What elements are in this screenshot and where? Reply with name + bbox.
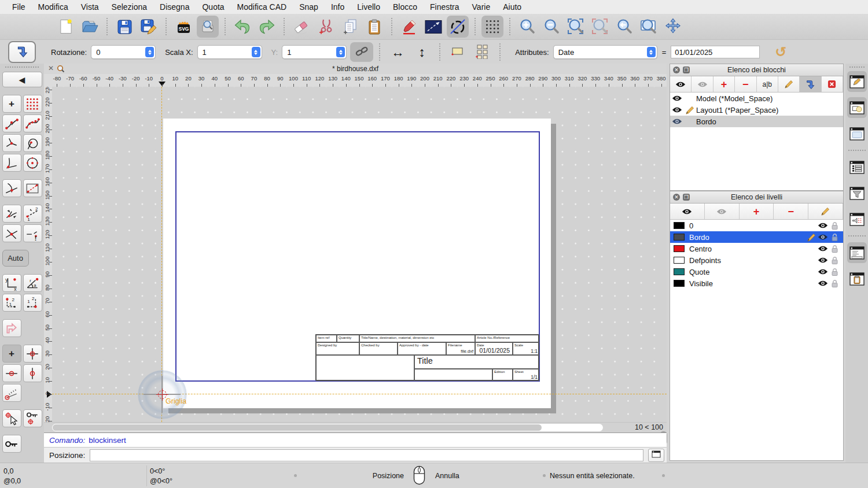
- visibility-eye-icon[interactable]: [817, 234, 829, 241]
- zoom-previous-button[interactable]: [613, 16, 635, 38]
- close-panel-icon[interactable]: ✕: [673, 66, 680, 73]
- snap-angle[interactable]: [2, 384, 21, 402]
- visibility-eye-icon[interactable]: [670, 95, 684, 102]
- toggle-property-editor[interactable]: [847, 157, 867, 178]
- keep-proportions-button[interactable]: [350, 42, 373, 62]
- zoom-selection-button[interactable]: [589, 16, 611, 38]
- remove-layer[interactable]: −: [774, 204, 808, 219]
- menu-blocco[interactable]: Blocco: [387, 0, 424, 14]
- toggle-selection-filter[interactable]: [847, 183, 867, 204]
- flip-vertical-button[interactable]: ↕: [410, 42, 433, 62]
- layer-row-centro[interactable]: Centro: [670, 243, 843, 254]
- lock-icon[interactable]: [829, 245, 840, 253]
- snap-points-on-entity[interactable]: [23, 114, 42, 132]
- snap-intersection-manual[interactable]: !: [23, 224, 42, 242]
- detach-panel-icon[interactable]: ❐: [683, 194, 690, 201]
- visibility-eye-icon[interactable]: [670, 118, 684, 125]
- snap-intersection[interactable]: [2, 224, 21, 242]
- lock-icon[interactable]: [829, 221, 840, 230]
- snap-grid[interactable]: [23, 95, 42, 113]
- toggle-command-history[interactable]: [847, 242, 867, 263]
- layer-row-quote[interactable]: Quote: [670, 266, 843, 278]
- draw-red-pencil-button[interactable]: [398, 16, 420, 38]
- scale-x-stepper[interactable]: 1: [197, 45, 262, 59]
- snap-auto-button[interactable]: Auto: [2, 250, 29, 267]
- array-insert-button[interactable]: [470, 42, 494, 62]
- lock-relative-zero[interactable]: [23, 409, 42, 427]
- block-row-bordo[interactable]: Bordo: [670, 116, 843, 127]
- undo-button[interactable]: [231, 16, 253, 38]
- open-file-button[interactable]: [79, 16, 101, 38]
- menu-file[interactable]: File: [6, 0, 32, 14]
- edit-layer[interactable]: [808, 204, 843, 219]
- menu-vista[interactable]: Vista: [75, 0, 105, 14]
- lock-icon[interactable]: [829, 279, 840, 288]
- save-as-button[interactable]: [138, 16, 160, 38]
- command-history-row[interactable]: Comando: blockinsert: [44, 432, 667, 447]
- lock-icon[interactable]: [829, 233, 840, 242]
- visibility-eye-icon[interactable]: [817, 222, 829, 229]
- coordinate-relative[interactable]: 12: [2, 294, 21, 312]
- reset-values-icon[interactable]: ↺: [775, 44, 786, 60]
- rotation-stepper[interactable]: 0: [91, 45, 156, 59]
- detach-panel-icon[interactable]: ❐: [683, 66, 690, 73]
- grid-toggle-button[interactable]: [481, 16, 503, 38]
- zoom-window-button[interactable]: [638, 16, 660, 38]
- redo-button[interactable]: [256, 16, 278, 38]
- flip-horizontal-button[interactable]: ↔: [386, 42, 409, 62]
- insert-block-active-tool-button[interactable]: [8, 41, 36, 63]
- layer-row-0[interactable]: 0: [670, 220, 843, 231]
- menu-modifica[interactable]: Modifica: [32, 0, 75, 14]
- menu-modifica-cad[interactable]: Modifica CAD: [231, 0, 293, 14]
- restrict-vertical[interactable]: [23, 364, 42, 382]
- menu-info[interactable]: Info: [325, 0, 351, 14]
- cut-button[interactable]: [315, 16, 337, 38]
- visibility-eye-icon[interactable]: [817, 257, 829, 264]
- copy-button[interactable]: [339, 16, 361, 38]
- visibility-eye-icon[interactable]: [817, 280, 829, 287]
- layer-row-defpoints[interactable]: Defpoints: [670, 254, 843, 266]
- visibility-eye-icon[interactable]: [670, 106, 684, 113]
- block-row-layout1-paper-space-[interactable]: Layout1 (*Paper_Space): [670, 104, 843, 116]
- circle-tool-button[interactable]: [447, 16, 469, 38]
- menu-seleziona[interactable]: Seleziona: [105, 0, 154, 14]
- visibility-eye-icon[interactable]: [817, 268, 829, 275]
- menu-livello[interactable]: Livello: [351, 0, 387, 14]
- zoom-out-button[interactable]: [540, 16, 562, 38]
- visibility-eye-icon[interactable]: [817, 245, 829, 252]
- restrict-orthogonal[interactable]: [2, 319, 21, 337]
- snap-on-entity[interactable]: [23, 134, 42, 152]
- line-tool-button[interactable]: [422, 16, 444, 38]
- zoom-auto-button[interactable]: [565, 16, 587, 38]
- show-all-layers[interactable]: [670, 204, 705, 219]
- lock-icon[interactable]: [829, 268, 840, 276]
- coordinate-polar[interactable]: ra: [23, 274, 42, 292]
- snap-intersection-auto[interactable]: [2, 134, 21, 152]
- back-button[interactable]: ◀: [2, 72, 42, 87]
- single-insert-button[interactable]: [446, 42, 469, 62]
- snap-perpendicular[interactable]: [2, 154, 21, 172]
- horizontal-scrollbar[interactable]: [52, 424, 603, 431]
- paste-button[interactable]: [363, 16, 385, 38]
- relative-zero-key[interactable]: [2, 435, 21, 453]
- snap-endpoints[interactable]: [2, 114, 21, 132]
- scrollbar-thumb[interactable]: [53, 424, 542, 431]
- menu-aiuto[interactable]: Aiuto: [496, 0, 528, 14]
- zoom-in-button[interactable]: [516, 16, 538, 38]
- set-relative-zero[interactable]: [2, 409, 21, 427]
- rename-block[interactable]: a|b: [757, 76, 778, 92]
- add-block[interactable]: +: [713, 76, 735, 92]
- lock-icon[interactable]: [829, 256, 840, 265]
- coordinate-absolute[interactable]: 12: [23, 294, 42, 312]
- edit-block[interactable]: [778, 76, 800, 92]
- position-input[interactable]: [90, 449, 643, 461]
- print-preview-button[interactable]: [197, 16, 219, 38]
- restrict-horizontal[interactable]: [2, 364, 21, 382]
- hide-all-layers[interactable]: [705, 204, 740, 219]
- snap-tangent[interactable]: [2, 179, 21, 197]
- snap-center[interactable]: [23, 154, 42, 172]
- snap-reference[interactable]: [23, 179, 42, 197]
- scale-y-stepper[interactable]: 1: [282, 45, 347, 59]
- attribute-select[interactable]: Date: [553, 45, 657, 59]
- snap-free[interactable]: +: [2, 95, 21, 113]
